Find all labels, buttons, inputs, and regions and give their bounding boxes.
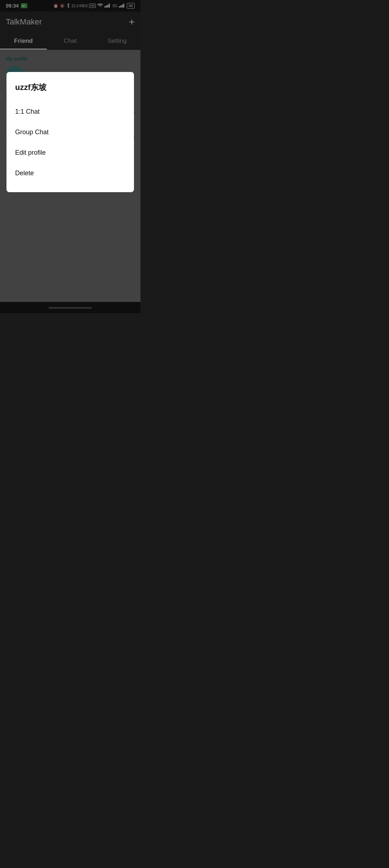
context-menu-dialog: uzzf东坡 1:1 Chat Group Chat Edit profile … (6, 72, 134, 192)
one-to-one-chat-button[interactable]: 1:1 Chat (15, 101, 125, 122)
dialog-title: uzzf东坡 (15, 82, 125, 93)
delete-button[interactable]: Delete (15, 163, 125, 184)
group-chat-button[interactable]: Group Chat (15, 122, 125, 143)
edit-profile-button[interactable]: Edit profile (15, 143, 125, 163)
